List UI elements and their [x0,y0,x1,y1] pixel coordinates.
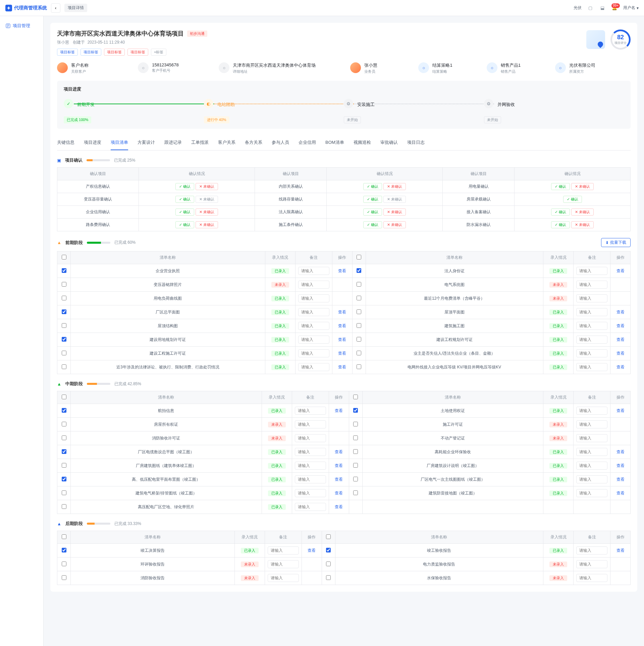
unconfirm-button[interactable]: ✕ 未确认 [571,209,594,216]
view-link[interactable]: 查看 [338,310,346,314]
note-input[interactable] [576,363,607,371]
row-checkbox[interactable] [62,562,66,566]
view-link[interactable]: 查看 [616,365,625,369]
row-checkbox[interactable] [357,323,361,328]
note-input[interactable] [576,349,607,357]
row-checkbox[interactable] [62,408,66,413]
note-input[interactable] [576,322,607,330]
row-checkbox[interactable] [62,309,66,314]
view-link[interactable]: 查看 [616,477,625,482]
sidebar-item-project[interactable]: 项目管理 [3,20,41,32]
note-input[interactable] [298,294,329,302]
note-input[interactable] [576,448,607,456]
note-input[interactable] [298,349,329,357]
note-input[interactable] [298,336,329,344]
tab-4[interactable]: 跟进记录 [164,135,182,150]
row-checkbox[interactable] [357,296,361,300]
note-input[interactable] [298,281,329,289]
row-checkbox[interactable] [62,422,66,426]
row-checkbox[interactable] [357,364,361,369]
note-input[interactable] [576,574,607,582]
row-checkbox[interactable] [62,296,66,300]
note-input[interactable] [576,434,607,442]
project-tag[interactable]: 项目标签 [57,49,78,56]
row-checkbox[interactable] [353,463,358,468]
view-link[interactable]: 查看 [338,269,346,273]
confirm-button[interactable]: ✓ 确认 [175,221,194,228]
note-input[interactable] [298,322,329,330]
row-checkbox[interactable] [62,449,66,454]
view-link[interactable]: 查看 [335,505,343,509]
tab-1[interactable]: 项目进度 [84,135,101,150]
note-input[interactable] [268,560,299,568]
row-checkbox[interactable] [62,323,66,328]
note-input[interactable] [295,420,326,428]
view-link[interactable]: 查看 [616,310,625,314]
unconfirm-button[interactable]: ✕ 未确认 [196,209,218,216]
unconfirm-button[interactable]: ✕ 未确认 [196,183,218,190]
view-link[interactable]: 查看 [616,463,625,468]
row-checkbox[interactable] [62,548,66,552]
map-thumbnail[interactable] [586,30,605,49]
view-link[interactable]: 查看 [616,408,625,413]
note-input[interactable] [576,308,607,316]
row-checkbox[interactable] [353,408,358,413]
unconfirm-button[interactable]: ✕ 未确认 [383,183,406,190]
back-button[interactable]: ‹ [51,3,60,13]
view-link[interactable]: 查看 [338,351,346,356]
row-checkbox[interactable] [62,364,66,369]
confirm-button[interactable]: ✓ 确认 [175,183,194,190]
view-link[interactable]: 查看 [335,463,343,468]
row-checkbox[interactable] [353,435,358,440]
note-input[interactable] [576,281,607,289]
project-tag[interactable]: 项目标签 [80,49,101,56]
row-checkbox[interactable] [357,268,361,273]
select-all-checkbox[interactable] [62,395,66,399]
select-all-checkbox[interactable] [326,534,331,539]
view-link[interactable]: 查看 [616,491,625,495]
row-checkbox[interactable] [326,562,331,566]
tab-6[interactable]: 客户关系 [218,135,235,150]
view-link[interactable]: 查看 [338,365,346,369]
row-checkbox[interactable] [357,309,361,314]
note-input[interactable] [576,462,607,470]
confirm-button[interactable]: ✓ 确认 [175,196,194,203]
note-input[interactable] [295,407,326,415]
tab-10[interactable]: BOM清单 [325,135,344,150]
note-input[interactable] [295,503,326,511]
note-input[interactable] [576,420,607,428]
note-input[interactable] [576,546,607,554]
row-checkbox[interactable] [62,282,66,287]
project-tag[interactable]: 项目标签 [127,49,148,56]
confirm-button[interactable]: ✓ 确认 [563,196,582,203]
unconfirm-button[interactable]: ✕ 未确认 [196,221,218,228]
row-checkbox[interactable] [357,282,361,287]
tenant-label[interactable]: 光伏 [574,5,582,11]
tab-0[interactable]: 关键信息 [57,135,74,150]
row-checkbox[interactable] [62,575,66,580]
confirm-button[interactable]: ✓ 确认 [363,221,382,228]
note-input[interactable] [268,546,299,554]
note-input[interactable] [268,574,299,582]
note-input[interactable] [576,336,607,344]
confirm-button[interactable]: ✓ 确认 [551,183,570,190]
select-all-checkbox[interactable] [62,255,66,259]
row-checkbox[interactable] [353,490,358,495]
confirm-button[interactable]: ✓ 确认 [551,221,570,228]
app-logo[interactable]: ✦ 代理商管理系统 [5,5,47,11]
note-input[interactable] [576,267,607,275]
note-input[interactable] [298,308,329,316]
unconfirm-button[interactable]: ✕ 未确认 [383,196,406,203]
tab-5[interactable]: 工单指派 [191,135,209,150]
row-checkbox[interactable] [357,337,361,342]
view-link[interactable]: 查看 [616,548,625,553]
row-checkbox[interactable] [353,422,358,426]
row-checkbox[interactable] [353,449,358,454]
note-input[interactable] [298,267,329,275]
unconfirm-button[interactable]: ✕ 未确认 [571,221,594,228]
confirm-button[interactable]: ✓ 确认 [363,196,382,203]
view-link[interactable]: 查看 [616,450,625,454]
row-checkbox[interactable] [62,490,66,495]
row-checkbox[interactable] [62,463,66,468]
confirm-button[interactable]: ✓ 确认 [551,209,570,216]
